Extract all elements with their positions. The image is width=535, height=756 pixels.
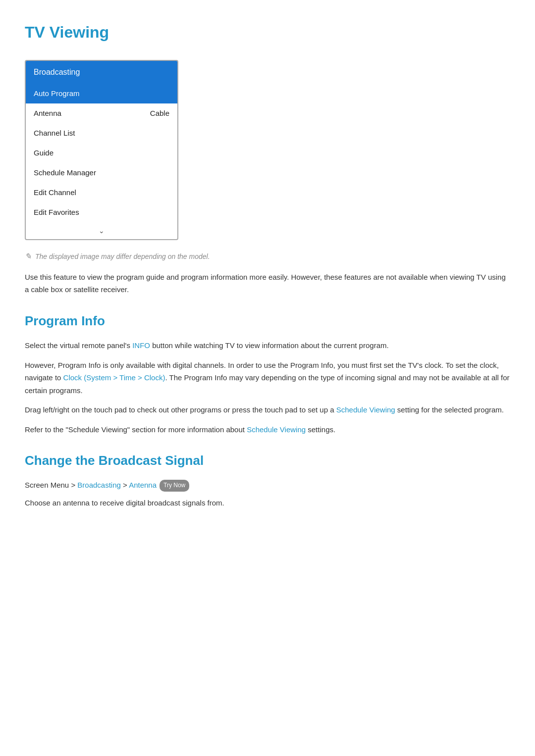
note-line: ✎ The displayed image may differ dependi…: [25, 250, 510, 263]
menu-item-value: Cable: [150, 107, 169, 119]
breadcrumb-prefix: Screen Menu >: [25, 481, 77, 489]
menu-item-schedule-manager[interactable]: Schedule Manager: [26, 163, 177, 183]
menu-item-label: Antenna: [34, 107, 61, 119]
program-info-para4: Refer to the "Schedule Viewing" section …: [25, 423, 510, 436]
menu-item-label: Edit Favorites: [34, 206, 79, 218]
pencil-icon: ✎: [25, 250, 31, 263]
system-time-clock-link[interactable]: (System > Time > Clock): [84, 373, 165, 382]
broadcast-signal-title: Change the Broadcast Signal: [25, 451, 510, 471]
broadcast-breadcrumb: Screen Menu > Broadcasting > AntennaTry …: [25, 479, 510, 492]
menu-item-label: Schedule Manager: [34, 167, 96, 179]
page-title: TV Viewing: [25, 20, 510, 45]
program-info-para3: Drag left/right on the touch pad to chec…: [25, 403, 510, 416]
intro-text: Use this feature to view the program gui…: [25, 271, 510, 296]
program-info-para1: Select the virtual remote panel's INFO b…: [25, 339, 510, 352]
menu-item-label: Guide: [34, 147, 54, 159]
menu-item-channel-list[interactable]: Channel List: [26, 123, 177, 143]
broadcast-signal-para: Choose an antenna to receive digital bro…: [25, 497, 510, 509]
try-now-badge[interactable]: Try Now: [160, 480, 189, 491]
tv-menu-header: Broadcasting: [26, 61, 177, 84]
tv-menu-box: Broadcasting Auto Program Antenna Cable …: [25, 60, 178, 240]
menu-item-guide[interactable]: Guide: [26, 143, 177, 163]
menu-item-edit-channel[interactable]: Edit Channel: [26, 183, 177, 202]
menu-item-antenna[interactable]: Antenna Cable: [26, 103, 177, 123]
menu-item-label: Channel List: [34, 127, 75, 139]
clock-link[interactable]: Clock: [63, 373, 82, 382]
menu-item-label: Edit Channel: [34, 187, 76, 199]
menu-item-auto-program[interactable]: Auto Program: [26, 84, 177, 103]
menu-item-label: Auto Program: [34, 88, 80, 100]
chevron-down-icon: ⌄: [26, 222, 177, 239]
broadcast-signal-section: Change the Broadcast Signal Screen Menu …: [25, 451, 510, 509]
program-info-title: Program Info: [25, 311, 510, 332]
program-info-section: Program Info Select the virtual remote p…: [25, 311, 510, 436]
breadcrumb-sep: >: [121, 481, 129, 489]
info-link[interactable]: INFO: [132, 341, 150, 350]
broadcasting-link[interactable]: Broadcasting: [77, 481, 121, 489]
note-text: The displayed image may differ depending…: [35, 251, 210, 262]
program-info-para2: However, Program Info is only available …: [25, 359, 510, 397]
menu-item-edit-favorites[interactable]: Edit Favorites: [26, 202, 177, 222]
schedule-viewing-link-1[interactable]: Schedule Viewing: [336, 405, 395, 414]
antenna-link[interactable]: Antenna: [129, 481, 157, 489]
schedule-viewing-link-2[interactable]: Schedule Viewing: [247, 425, 306, 434]
